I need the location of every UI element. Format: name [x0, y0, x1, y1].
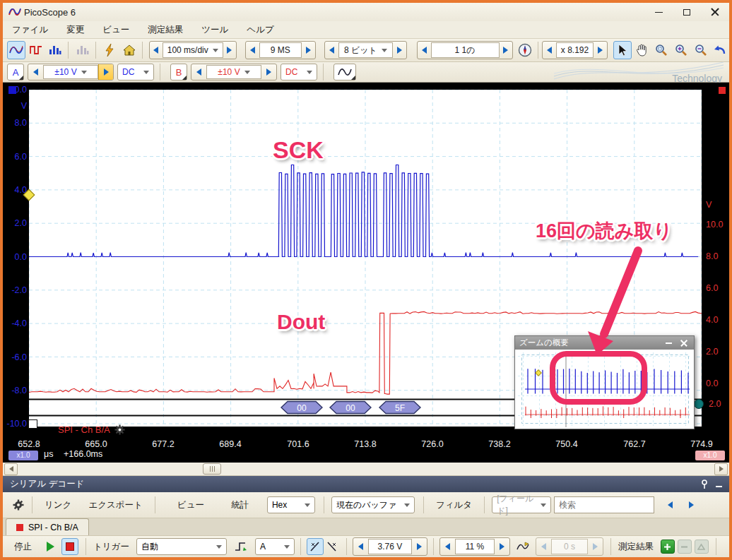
persistence-view-button[interactable]	[27, 41, 45, 59]
minimize-button[interactable]	[644, 4, 673, 20]
level-increase-button[interactable]	[412, 538, 427, 555]
timebase-select[interactable]: 100 ms/div	[163, 42, 223, 58]
channel-a-range-increase[interactable]	[98, 64, 113, 81]
pretrigger-increase-button[interactable]	[495, 538, 509, 555]
decode-export-button[interactable]: エクスポート	[80, 495, 150, 516]
trigger-mode-select[interactable]: 自動	[136, 538, 227, 555]
overview-close-button[interactable]	[678, 338, 690, 348]
channel-b-range-decrease[interactable]	[191, 64, 206, 81]
menu-help[interactable]: ヘルプ	[237, 21, 283, 39]
add-measurement-button[interactable]	[661, 540, 675, 554]
decode-filter-button[interactable]: フィルタ	[427, 495, 480, 516]
run-button[interactable]	[42, 538, 59, 555]
decode-settings-button[interactable]	[8, 496, 28, 514]
pretrigger-decrease-button[interactable]	[440, 538, 455, 555]
menu-edit[interactable]: 変更	[57, 21, 93, 39]
buffer-field[interactable]: 1 1の	[431, 42, 500, 58]
axis-corner-handle[interactable]	[28, 419, 37, 429]
search-prev-button[interactable]	[660, 496, 680, 514]
scroll-left-button[interactable]	[4, 463, 18, 475]
home-button[interactable]	[120, 41, 138, 59]
zoom-overview-window[interactable]: ズームの概要	[514, 335, 695, 429]
menu-file[interactable]: ファイル	[3, 21, 57, 39]
menu-view[interactable]: ビュー	[93, 21, 138, 39]
buffer-next-button[interactable]	[500, 42, 513, 59]
zoom-overview-plot[interactable]	[515, 350, 694, 429]
channel-b-range-increase[interactable]	[261, 64, 276, 81]
falling-edge-button[interactable]	[324, 538, 341, 555]
decode-tab-spi[interactable]: SPI - Ch B/A	[6, 518, 89, 535]
zoom-badge-b[interactable]: x1.0	[695, 451, 725, 460]
zoom-decrease-button[interactable]	[543, 42, 556, 59]
decode-field-select[interactable]: [フィールド]	[492, 496, 551, 513]
decode-link-button[interactable]: リンク	[36, 495, 80, 516]
pointer-tool-button[interactable]	[613, 41, 632, 59]
holdoff-increase-button[interactable]	[588, 538, 603, 555]
decode-format-select[interactable]: Hex	[267, 496, 315, 513]
menu-tools[interactable]: ツール	[192, 21, 237, 39]
spectrum-view-button[interactable]	[46, 41, 64, 59]
edit-measurement-button[interactable]	[695, 540, 709, 554]
timebase-decrease-button[interactable]	[150, 42, 163, 59]
buffer-navigator-button[interactable]	[516, 41, 534, 59]
samples-decrease-button[interactable]	[246, 42, 259, 59]
channel-b-button[interactable]: B	[170, 64, 187, 81]
remove-measurement-button[interactable]	[678, 540, 692, 554]
zoom-badge-a[interactable]: x1.0	[8, 451, 38, 460]
collapse-icon[interactable]	[716, 486, 722, 487]
signal-generator-button[interactable]	[333, 64, 356, 81]
trigger-level-field[interactable]: 3.76 V	[368, 539, 412, 554]
level-decrease-button[interactable]	[353, 538, 368, 555]
gear-icon[interactable]	[114, 424, 125, 435]
decode-view-button[interactable]: ビュー	[169, 495, 213, 516]
holdoff-field[interactable]: 0 s	[551, 539, 588, 554]
search-next-button[interactable]	[681, 496, 701, 514]
zoom-in-button[interactable]	[672, 41, 690, 59]
zoom-factor-field[interactable]: x 8.192	[556, 42, 594, 58]
undo-zoom-button[interactable]	[711, 41, 729, 59]
channel-b-coupling-select[interactable]: DC	[281, 64, 317, 81]
pan-tool-button[interactable]	[633, 41, 651, 59]
overview-minimize-button[interactable]	[663, 338, 675, 348]
timebase-increase-button[interactable]	[223, 42, 236, 59]
channel-b-offset-marker[interactable]	[694, 399, 704, 409]
scope-view[interactable]: 00 00 5F SPI - Ch B/A 10.0 V 8.0 6.0 4.0	[3, 83, 729, 463]
horizontal-scrollbar[interactable]	[3, 463, 729, 476]
samples-field[interactable]: 9 MS	[259, 42, 302, 58]
close-button[interactable]	[701, 4, 729, 20]
zoom-increase-button[interactable]	[594, 42, 607, 59]
xy-view-button[interactable]	[73, 41, 92, 59]
channel-b-marker[interactable]	[719, 87, 726, 94]
scroll-right-button[interactable]	[714, 463, 728, 475]
menu-measurements[interactable]: 測定結果	[138, 21, 192, 39]
maximize-button[interactable]	[673, 4, 701, 20]
resolution-increase-button[interactable]	[393, 42, 406, 59]
scope-view-button[interactable]	[7, 41, 25, 59]
channel-a-coupling-select[interactable]: DC	[117, 64, 154, 81]
channel-a-button[interactable]: A	[7, 64, 24, 81]
trigger-marker-button[interactable]	[514, 538, 531, 555]
channel-a-range-decrease[interactable]	[28, 64, 43, 81]
zoom-out-button[interactable]	[692, 41, 710, 59]
pin-icon[interactable]	[700, 479, 709, 489]
scrollbar-thumb[interactable]	[203, 463, 221, 475]
channel-a-range-select[interactable]: ±10 V	[43, 65, 98, 79]
marquee-zoom-button[interactable]	[652, 41, 671, 59]
decode-buffer-select[interactable]: 現在のバッファ	[331, 496, 415, 513]
decode-stats-button[interactable]: 統計	[223, 495, 257, 516]
pretrigger-field[interactable]: 11 %	[455, 539, 495, 554]
auto-setup-button[interactable]	[101, 41, 119, 59]
channel-b-range-select[interactable]: ±10 V	[206, 65, 261, 79]
holdoff-decrease-button[interactable]	[536, 538, 551, 555]
buffer-prev-button[interactable]	[418, 42, 431, 59]
serial-decode-header[interactable]: シリアル デコード	[3, 476, 729, 492]
decode-search-input[interactable]	[554, 496, 654, 513]
stop-button[interactable]	[61, 538, 78, 555]
advanced-trigger-button[interactable]	[232, 538, 249, 555]
trigger-source-select[interactable]: A	[255, 538, 295, 555]
samples-increase-button[interactable]	[302, 42, 315, 59]
channel-a-marker[interactable]	[8, 86, 16, 94]
resolution-decrease-button[interactable]	[325, 42, 338, 59]
rising-edge-button[interactable]	[307, 538, 324, 555]
resolution-select[interactable]: 8 ビット	[338, 42, 393, 58]
